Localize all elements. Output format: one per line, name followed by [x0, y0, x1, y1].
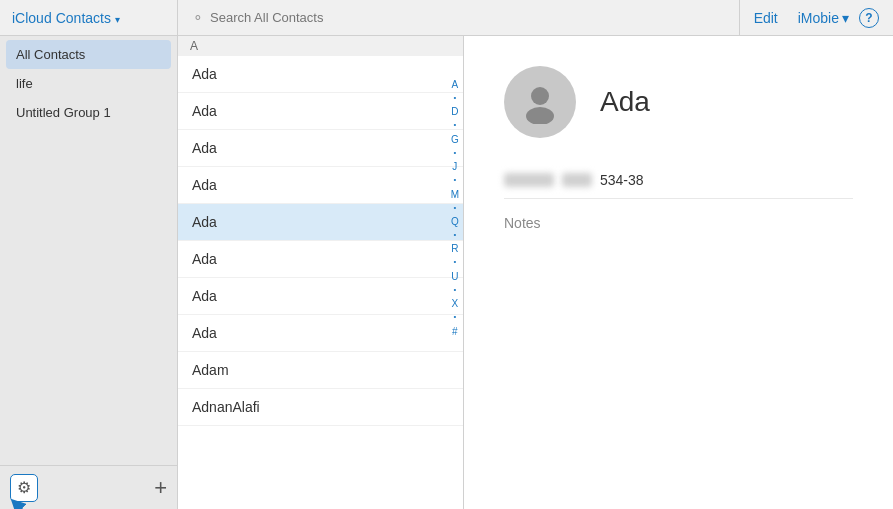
avatar [504, 66, 576, 138]
list-item[interactable]: Ada [178, 167, 463, 204]
list-item[interactable]: Adam [178, 352, 463, 389]
contact-name: Ada [600, 86, 650, 118]
sidebar-item-life[interactable]: life [0, 69, 177, 98]
alpha-dot: • [453, 230, 456, 240]
list-item[interactable]: Ada [178, 315, 463, 352]
alpha-index-g[interactable]: G [451, 133, 459, 146]
alpha-dot: • [453, 93, 456, 103]
icloud-label[interactable]: iCloud [12, 10, 52, 26]
alpha-index-d[interactable]: D [451, 105, 458, 118]
search-input[interactable] [210, 10, 725, 25]
search-bar: ⚬ [178, 0, 740, 35]
top-bar: iCloud Contacts ▾ ⚬ Edit iMobie ▾ ? [0, 0, 893, 36]
alpha-index-hash[interactable]: # [452, 325, 458, 338]
alpha-index-u[interactable]: U [451, 270, 458, 283]
alpha-dot: • [453, 175, 456, 185]
alpha-index: A • D • G • J • M • Q • R • U • X • # [447, 76, 463, 340]
sidebar-footer: ⚙ + [0, 465, 177, 509]
list-item[interactable]: AdnanAlafi [178, 389, 463, 426]
sidebar: All Contacts life Untitled Group 1 ⚙ [0, 36, 178, 509]
list-item[interactable]: Ada [178, 130, 463, 167]
notes-label: Notes [504, 215, 853, 231]
alpha-index-r[interactable]: R [451, 242, 458, 255]
contact-detail-header: Ada [504, 66, 853, 138]
alpha-dot: • [453, 257, 456, 267]
search-icon: ⚬ [192, 10, 204, 26]
alpha-section-header: A [178, 36, 463, 56]
top-bar-left: iCloud Contacts ▾ [0, 0, 178, 35]
sidebar-items: All Contacts life Untitled Group 1 [0, 36, 177, 465]
alpha-index-a[interactable]: A [451, 78, 458, 91]
svg-point-2 [526, 107, 554, 124]
alpha-dot: • [453, 285, 456, 295]
alpha-dot: • [453, 120, 456, 130]
phone-label-blurred [504, 173, 554, 187]
svg-point-1 [531, 87, 549, 105]
alpha-index-q[interactable]: Q [451, 215, 459, 228]
list-item[interactable]: Ada [178, 56, 463, 93]
avatar-icon [518, 80, 562, 124]
sidebar-item-untitled-group-1[interactable]: Untitled Group 1 [0, 98, 177, 127]
list-item[interactable]: Ada [178, 93, 463, 130]
contacts-chevron-icon[interactable]: ▾ [115, 14, 120, 25]
detail-pane: Ada 534-38 Notes [464, 36, 893, 509]
list-item-selected[interactable]: Ada [178, 204, 463, 241]
help-button[interactable]: ? [859, 8, 879, 28]
main-content: All Contacts life Untitled Group 1 ⚙ [0, 36, 893, 509]
alpha-index-m[interactable]: M [451, 188, 459, 201]
alpha-index-j[interactable]: J [452, 160, 457, 173]
alpha-index-x[interactable]: X [451, 297, 458, 310]
sidebar-item-all-contacts[interactable]: All Contacts [6, 40, 171, 69]
add-contact-button[interactable]: + [154, 477, 167, 499]
phone-label-blurred2 [562, 173, 592, 187]
imobie-button[interactable]: iMobie ▾ [798, 10, 849, 26]
arrow-indicator [6, 494, 46, 510]
imobie-chevron-icon: ▾ [842, 10, 849, 26]
edit-button[interactable]: Edit [754, 10, 778, 26]
alpha-dot: • [453, 148, 456, 158]
list-item[interactable]: Ada [178, 278, 463, 315]
contact-list: A Ada Ada Ada Ada Ada Ada Ada Ada Adam A… [178, 36, 464, 509]
contacts-label[interactable]: Contacts ▾ [56, 10, 120, 26]
phone-number: 534-38 [600, 172, 644, 188]
contact-phone: 534-38 [504, 162, 853, 199]
alpha-dot: • [453, 203, 456, 213]
alpha-dot: • [453, 312, 456, 322]
top-bar-right: Edit iMobie ▾ ? [740, 0, 893, 35]
list-item[interactable]: Ada [178, 241, 463, 278]
